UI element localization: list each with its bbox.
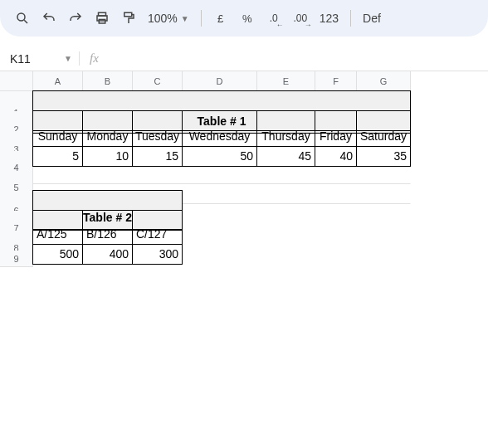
increase-decimal-button[interactable]: .00 →	[288, 6, 313, 31]
print-icon[interactable]	[90, 6, 115, 31]
spreadsheet-grid[interactable]: A B C D E F G 1 Table # 1 2 Sunday Monda…	[0, 71, 488, 270]
toolbar: 100% ▼ £ % .0 ← .00 → 123 Def	[0, 0, 488, 37]
col-header[interactable]: A	[33, 71, 83, 91]
undo-icon[interactable]	[37, 6, 61, 31]
svg-line-1	[24, 20, 27, 23]
number-format-button[interactable]: 123	[315, 12, 344, 25]
currency-button[interactable]: £	[208, 6, 233, 31]
formula-bar-row: K11 ▼ fx	[0, 46, 488, 71]
zoom-dropdown[interactable]: 100% ▼	[143, 12, 194, 25]
col-header[interactable]: E	[257, 71, 315, 91]
col-header[interactable]: F	[315, 71, 357, 91]
select-all-corner[interactable]	[0, 71, 33, 91]
font-dropdown[interactable]: Def	[358, 12, 386, 25]
fx-label: fx	[79, 51, 99, 66]
row-header[interactable]: 9	[0, 251, 33, 267]
chevron-down-icon: ▼	[181, 14, 189, 23]
svg-rect-5	[124, 12, 132, 17]
col-header[interactable]: B	[83, 71, 133, 91]
decrease-decimal-button[interactable]: .0 ←	[261, 6, 286, 31]
separator	[350, 10, 351, 27]
name-box[interactable]: K11 ▼	[0, 52, 79, 66]
paint-format-icon[interactable]	[116, 6, 141, 31]
empty-cell[interactable]	[33, 251, 411, 267]
percent-button[interactable]: %	[235, 6, 260, 31]
zoom-value: 100%	[148, 12, 178, 25]
cell-reference: K11	[10, 52, 31, 66]
col-header[interactable]: D	[183, 71, 257, 91]
svg-point-0	[17, 13, 25, 21]
search-icon[interactable]	[10, 6, 35, 31]
col-header[interactable]: C	[133, 71, 183, 91]
redo-icon[interactable]	[63, 6, 88, 31]
separator	[201, 10, 202, 27]
chevron-down-icon: ▼	[64, 54, 72, 63]
col-header[interactable]: G	[357, 71, 411, 91]
